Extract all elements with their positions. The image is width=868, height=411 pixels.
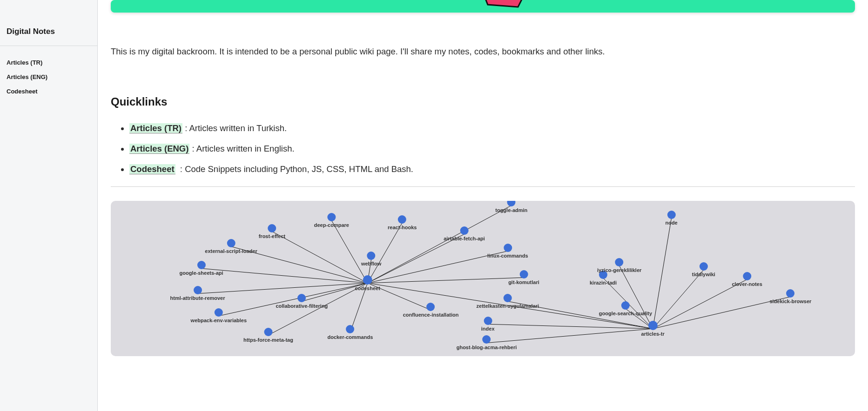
sidebar-nav: Articles (TR) Articles (ENG) Codesheet <box>0 46 97 108</box>
graph-node[interactable]: articles-tr <box>641 321 665 337</box>
intro-paragraph: This is my digital backroom. It is inten… <box>111 45 855 58</box>
graph-node[interactable]: google-search-quality <box>599 301 652 316</box>
main-content: This is my digital backroom. It is inten… <box>98 0 868 411</box>
quicklink-desc: : Articles written in English. <box>192 144 295 153</box>
graph-node[interactable]: index <box>481 317 495 331</box>
graph-node[interactable]: frost-effect <box>259 224 285 239</box>
quicklink-desc: : Articles written in Turkish. <box>185 123 287 133</box>
graph-node[interactable]: https-force-meta-tag <box>243 328 293 343</box>
graph-node[interactable]: docker-commands <box>327 325 373 340</box>
quicklinks-list: Articles (TR) : Articles written in Turk… <box>111 123 855 174</box>
quicklink-articles-eng[interactable]: Articles (ENG) <box>129 144 189 154</box>
graph-node[interactable]: iyzico-gereklilikler <box>597 258 641 273</box>
graph-node[interactable]: zettelkasten-uygulamalari <box>477 294 539 309</box>
graph-node[interactable]: node <box>665 211 677 225</box>
graph-node[interactable]: webpack-env-variables <box>191 308 247 323</box>
graph-node[interactable]: collaborative-filtering <box>276 294 328 309</box>
graph-node[interactable]: airtable-fetch-api <box>444 226 485 241</box>
graph-node[interactable]: clover-notes <box>732 272 762 287</box>
divider <box>111 186 855 187</box>
graph-node[interactable]: codesheet <box>355 275 380 291</box>
graph-node[interactable]: ghost-blog-acma-rehberi <box>457 335 517 350</box>
graph-node[interactable]: git-komutlari <box>508 270 539 285</box>
quicklinks-heading: Quicklinks <box>111 95 855 108</box>
graph-node[interactable]: react-hooks <box>388 215 417 230</box>
sidebar-item-articles-tr[interactable]: Articles (TR) <box>7 55 91 70</box>
sidebar: Digital Notes Articles (TR) Articles (EN… <box>0 0 98 411</box>
list-item: Articles (TR) : Articles written in Turk… <box>129 123 855 133</box>
graph-node[interactable]: sidekick-browser <box>769 289 811 304</box>
graph-node[interactable]: tiddlywiki <box>692 262 715 277</box>
banner-decoration <box>474 0 539 13</box>
graph-node[interactable]: toggle-admin <box>495 201 527 213</box>
hero-banner <box>111 0 855 13</box>
quicklink-articles-tr[interactable]: Articles (TR) <box>129 123 182 133</box>
graph-nodes-layer: codesheetarticles-trtoggle-adminnodedeep… <box>111 201 855 356</box>
knowledge-graph[interactable]: codesheetarticles-trtoggle-adminnodedeep… <box>111 201 855 356</box>
quicklink-desc: : Code Snippets including Python, JS, CS… <box>180 164 413 174</box>
sidebar-item-codesheet[interactable]: Codesheet <box>7 84 91 99</box>
graph-node[interactable]: confluence-installation <box>403 303 459 318</box>
sidebar-header: Digital Notes <box>0 0 97 46</box>
quicklink-codesheet[interactable]: Codesheet <box>129 164 175 174</box>
graph-node[interactable]: linux-commands <box>487 244 528 259</box>
graph-node[interactable]: external-script-loader <box>205 239 257 254</box>
graph-node[interactable]: webflow <box>361 252 381 266</box>
list-item: Codesheet : Code Snippets including Pyth… <box>129 164 855 174</box>
site-title: Digital Notes <box>7 27 91 36</box>
list-item: Articles (ENG) : Articles written in Eng… <box>129 144 855 154</box>
graph-node[interactable]: deep-compare <box>314 213 349 228</box>
sidebar-item-articles-eng[interactable]: Articles (ENG) <box>7 70 91 84</box>
graph-node[interactable]: html-attribute-remover <box>170 286 225 301</box>
graph-node[interactable]: google-sheets-api <box>179 261 223 276</box>
